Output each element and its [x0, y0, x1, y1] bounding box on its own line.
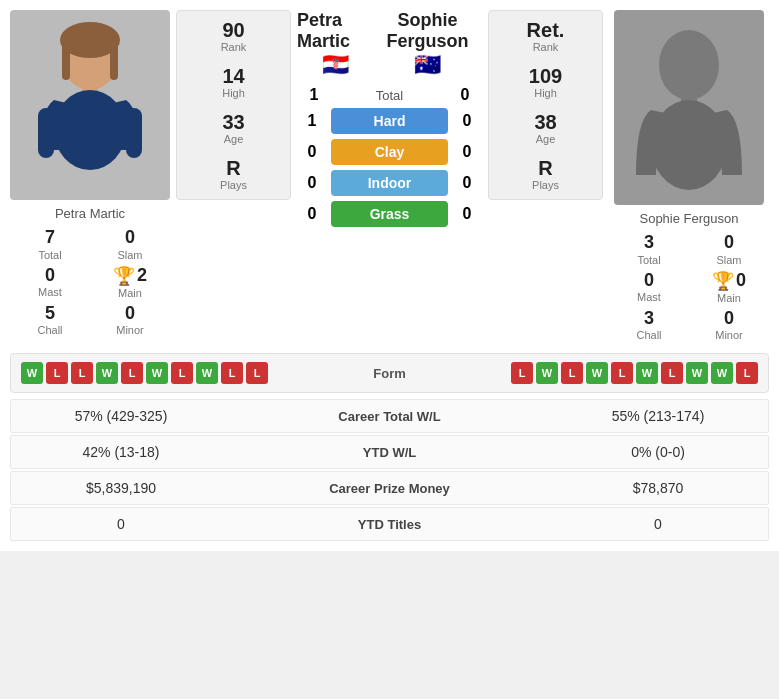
ytd-wl-row: 42% (13-18) YTD W/L 0% (0-0) [10, 435, 769, 469]
sophie-chall-label: Chall [636, 329, 661, 341]
sophie-photo [614, 10, 764, 205]
petra-chall-value: 5 [45, 303, 55, 325]
indoor-row: 0 Indoor 0 [297, 170, 482, 196]
petra-total-value: 7 [45, 227, 55, 249]
petra-form-badge: L [171, 362, 193, 384]
sophie-mast-stat: 0 Mast [613, 270, 685, 304]
total-left-score: 1 [299, 86, 329, 104]
sophie-flag: 🇦🇺 [414, 52, 441, 78]
sophie-plays-val: R [538, 157, 552, 179]
sophie-form-badge: W [711, 362, 733, 384]
sophie-age-lbl: Age [536, 133, 556, 145]
sophie-main-trophy-stat: 🏆 0 Main [693, 270, 765, 304]
sophie-minor-value: 0 [724, 308, 734, 330]
grass-left: 0 [297, 205, 327, 223]
hard-label[interactable]: Hard [331, 108, 448, 134]
bottom-stats-rows: 57% (429-325) Career Total W/L 55% (213-… [10, 399, 769, 541]
petra-left-panel: Petra Martic 7 Total 0 Slam 0 Mast 🏆 [10, 10, 170, 336]
petra-high-box: 14 High [222, 65, 245, 99]
sophie-career-stats: 3 Total 0 Slam 0 Mast 🏆 0 Main [609, 232, 769, 341]
petra-minor-value: 0 [125, 303, 135, 325]
petra-name-flag: Petra Martic 🇭🇷 [297, 10, 373, 78]
petra-form-badge: W [21, 362, 43, 384]
petra-form-badge: L [246, 362, 268, 384]
ytd-titles-row: 0 YTD Titles 0 [10, 507, 769, 541]
svg-rect-7 [126, 108, 142, 158]
total-label: Total [329, 88, 450, 103]
sophie-total-label: Total [637, 254, 660, 266]
petra-career-wl: 57% (429-325) [21, 408, 221, 424]
petra-form-badge: L [121, 362, 143, 384]
clay-right: 0 [452, 143, 482, 161]
petra-rank-box: 90 Rank [221, 19, 247, 53]
svg-point-8 [659, 30, 719, 100]
petra-total-label: Total [38, 249, 61, 261]
petra-main-value: 2 [137, 265, 147, 287]
sophie-form-badge: W [586, 362, 608, 384]
indoor-left: 0 [297, 174, 327, 192]
sophie-form-badge: L [561, 362, 583, 384]
petra-plays-val: R [226, 157, 240, 179]
petra-age-lbl: Age [224, 133, 244, 145]
grass-row: 0 Grass 0 [297, 201, 482, 227]
sophie-form-badge: L [511, 362, 533, 384]
petra-mast-label: Mast [38, 286, 62, 298]
sophie-form-badge: L [661, 362, 683, 384]
svg-point-5 [54, 90, 126, 170]
sophie-rank-val: Ret. [527, 19, 565, 41]
petra-chall-stat: 5 Chall [14, 303, 86, 337]
petra-main-trophy-stat: 🏆 2 Main [94, 265, 166, 299]
petra-slam-value: 0 [125, 227, 135, 249]
sophie-form-badge: W [686, 362, 708, 384]
grass-right: 0 [452, 205, 482, 223]
clay-label[interactable]: Clay [331, 139, 448, 165]
sophie-chall-stat: 3 Chall [613, 308, 685, 342]
sophie-center-name: Sophie Ferguson [373, 10, 482, 52]
petra-plays-box: R Plays [220, 157, 247, 191]
form-section: WLLWLWLWLL Form LWLWLWLWWL [10, 353, 769, 393]
form-label: Form [360, 366, 420, 381]
ytd-wl-label: YTD W/L [221, 445, 558, 460]
clay-left: 0 [297, 143, 327, 161]
svg-rect-2 [62, 40, 70, 80]
petra-rank-lbl: Rank [221, 41, 247, 53]
sophie-main-value: 0 [736, 270, 746, 292]
sophie-rank-lbl: Rank [533, 41, 559, 53]
sophie-age-box: 38 Age [534, 111, 556, 145]
hard-right: 0 [452, 112, 482, 130]
sophie-form-badge: L [736, 362, 758, 384]
petra-form-badge: W [146, 362, 168, 384]
sophie-minor-label: Minor [715, 329, 743, 341]
petra-form-badge: W [196, 362, 218, 384]
sophie-mast-value: 0 [644, 270, 654, 292]
petra-mast-stat: 0 Mast [14, 265, 86, 299]
sophie-ytd-wl: 0% (0-0) [558, 444, 758, 460]
clay-row: 0 Clay 0 [297, 139, 482, 165]
main-container: Petra Martic 7 Total 0 Slam 0 Mast 🏆 [0, 0, 779, 551]
sophie-name-label: Sophie Ferguson [639, 211, 738, 226]
petra-form-badge: W [96, 362, 118, 384]
indoor-label[interactable]: Indoor [331, 170, 448, 196]
sophie-prize: $78,870 [558, 480, 758, 496]
sophie-slam-label: Slam [716, 254, 741, 266]
prize-row: $5,839,190 Career Prize Money $78,870 [10, 471, 769, 505]
grass-label[interactable]: Grass [331, 201, 448, 227]
sophie-high-val: 109 [529, 65, 562, 87]
sophie-trophy-icon: 🏆 [712, 270, 734, 292]
petra-plays-lbl: Plays [220, 179, 247, 191]
sophie-form-badges: LWLWLWLWWL [511, 362, 758, 384]
petra-photo [10, 10, 170, 200]
indoor-right: 0 [452, 174, 482, 192]
petra-ytd-titles: 0 [21, 516, 221, 532]
prize-label: Career Prize Money [221, 481, 558, 496]
career-wl-row: 57% (429-325) Career Total W/L 55% (213-… [10, 399, 769, 433]
hard-row: 1 Hard 0 [297, 108, 482, 134]
sophie-form-badge: W [536, 362, 558, 384]
sophie-ytd-titles: 0 [558, 516, 758, 532]
sophie-name-flag: Sophie Ferguson 🇦🇺 [373, 10, 482, 78]
sophie-plays-box: R Plays [532, 157, 559, 191]
petra-form-badge: L [221, 362, 243, 384]
petra-age-val: 33 [222, 111, 244, 133]
petra-name-label: Petra Martic [55, 206, 125, 221]
petra-slam-label: Slam [117, 249, 142, 261]
